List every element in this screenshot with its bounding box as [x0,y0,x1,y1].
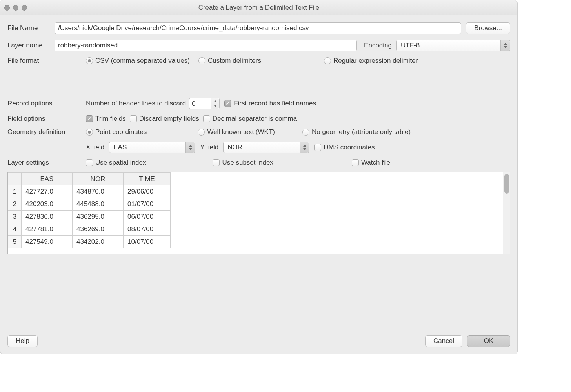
check-subset-index[interactable]: Use subset index [213,159,273,167]
preview-table-container: EAS NOR TIME 1 427727.0 434870.0 29/06/0… [7,172,510,254]
dialog-footer: Help Cancel OK [0,329,517,354]
y-field-select[interactable]: NOR [223,142,309,153]
header-discard-input[interactable] [189,98,211,110]
file-name-input[interactable] [55,22,461,34]
table-row[interactable]: 3 427836.0 436295.0 06/07/00 [8,211,171,223]
radio-point-coords[interactable]: Point coordinates [86,128,147,136]
browse-button[interactable]: Browse... [466,22,510,34]
x-field-label: X field [86,143,104,151]
layer-name-label: Layer name [7,42,55,49]
radio-wkt[interactable]: Well known text (WKT) [198,128,275,136]
scrollbar-thumb[interactable] [504,174,509,194]
close-icon[interactable] [4,5,10,11]
table-row[interactable]: 2 420203.0 445488.0 01/07/00 [8,198,171,211]
chevron-down-icon[interactable]: ▼ [211,103,219,109]
col-nor-header[interactable]: NOR [73,173,124,185]
chevron-updown-icon [300,142,309,153]
dialog-window: Create a Layer from a Delimited Text Fil… [0,0,518,354]
check-trim-fields[interactable]: Trim fields [86,115,126,123]
spinner-arrows[interactable]: ▲ ▼ [211,98,219,109]
table-row[interactable]: 5 427549.0 434202.0 10/07/00 [8,236,171,248]
y-field-value: NOR [227,143,296,151]
encoding-select[interactable]: UTF-8 [396,40,510,51]
cancel-button[interactable]: Cancel [425,335,462,347]
table-row[interactable]: 1 427727.0 434870.0 29/06/00 [8,185,171,198]
geometry-def-label: Geometry definition [7,128,86,136]
file-format-label: File format [7,57,86,65]
chevron-up-icon[interactable]: ▲ [211,98,219,103]
check-discard-empty[interactable]: Discard empty fields [130,115,199,123]
x-field-value: EAS [113,143,182,151]
check-watch-file[interactable]: Watch file [352,159,390,167]
x-field-select[interactable]: EAS [109,142,195,153]
file-name-label: File Name [7,24,55,32]
encoding-value: UTF-8 [401,42,496,49]
help-button[interactable]: Help [7,335,38,347]
titlebar: Create a Layer from a Delimited Text Fil… [0,0,517,15]
minimize-icon[interactable] [13,5,18,11]
radio-regex[interactable]: Regular expression delimiter [324,57,418,65]
preview-table[interactable]: EAS NOR TIME 1 427727.0 434870.0 29/06/0… [8,172,171,248]
vertical-scrollbar[interactable] [503,172,510,254]
ok-button[interactable]: OK [467,335,510,347]
field-options-label: Field options [7,115,86,123]
radio-csv[interactable]: CSV (comma separated values) [86,57,190,65]
radio-custom-delim[interactable]: Custom delimiters [198,57,261,65]
check-first-record-fields[interactable]: First record has field names [224,100,316,107]
layer-settings-label: Layer settings [7,159,86,167]
check-dms[interactable]: DMS coordinates [314,143,375,151]
record-options-label: Record options [7,100,86,107]
check-spatial-index[interactable]: Use spatial index [86,159,146,167]
radio-no-geometry[interactable]: No geometry (attribute only table) [302,128,411,136]
col-eas-header[interactable]: EAS [22,173,73,185]
chevron-updown-icon [500,40,510,51]
check-decimal-comma[interactable]: Decimal separator is comma [203,115,297,123]
window-title: Create a Layer from a Delimited Text Fil… [4,4,513,12]
row-number-header [8,173,22,185]
chevron-updown-icon [185,142,195,153]
layer-name-input[interactable] [55,40,357,51]
table-row[interactable]: 4 427781.0 436269.0 08/07/00 [8,223,171,236]
header-discard-label: Number of header lines to discard [86,100,186,107]
window-controls [4,5,27,11]
encoding-label: Encoding [364,42,392,49]
zoom-icon[interactable] [22,5,27,11]
y-field-label: Y field [200,143,218,151]
header-discard-spinner[interactable]: ▲ ▼ [189,98,220,109]
col-time-header[interactable]: TIME [124,173,171,185]
